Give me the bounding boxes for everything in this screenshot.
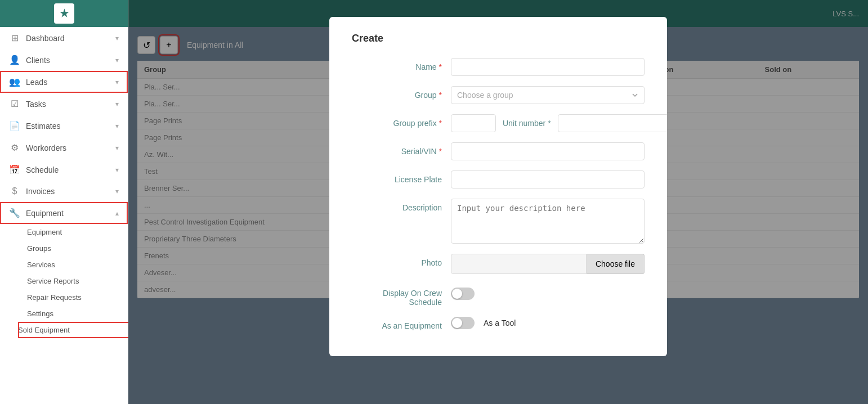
photo-input-group: Choose file <box>451 254 645 274</box>
chevron-up-icon: ▴ <box>115 209 119 217</box>
sidebar-item-sold-equipment[interactable]: Sold Equipment <box>18 322 137 338</box>
sidebar-item-tasks[interactable]: ☑ Tasks ▾ <box>0 93 128 115</box>
as-tool-group: As a Tool <box>451 317 645 329</box>
sidebar-item-equipment[interactable]: 🔧 Equipment ▴ <box>0 202 128 224</box>
group-prefix-row: Group prefix Unit number * <box>352 114 645 132</box>
sidebar-item-service-reports[interactable]: Service Reports <box>27 273 128 289</box>
leads-icon: 👥 <box>9 77 20 87</box>
sidebar-item-equipment-sub[interactable]: Equipment <box>27 224 128 240</box>
estimates-icon: 📄 <box>9 120 20 131</box>
sidebar-item-label: Dashboard <box>26 34 65 43</box>
sidebar-item-repair-requests[interactable]: Repair Requests <box>27 289 128 306</box>
as-equipment-label: As an Equipment <box>352 317 442 330</box>
photo-row: Photo Choose file <box>352 254 645 274</box>
group-label: Group <box>352 86 442 100</box>
equipment-icon: 🔧 <box>9 208 20 218</box>
sidebar-item-leads[interactable]: 👥 Leads ▾ <box>0 71 128 93</box>
sidebar-item-label: Workorders <box>26 143 66 152</box>
chevron-down-icon: ▾ <box>115 144 119 152</box>
description-label: Description <box>352 199 442 212</box>
sidebar-item-label: Leads <box>26 78 47 87</box>
chevron-down-icon: ▾ <box>115 78 119 86</box>
sidebar-item-estimates[interactable]: 📄 Estimates ▾ <box>0 115 128 137</box>
main-content: LVS S... ↺ + Equipment in All Group Name… <box>128 0 868 404</box>
sidebar-item-services[interactable]: Services <box>27 257 128 273</box>
sidebar-item-label: Clients <box>26 56 50 65</box>
group-prefix-input[interactable] <box>451 114 496 132</box>
crew-schedule-row: Display On Crew Schedule <box>352 284 645 307</box>
chevron-down-icon: ▾ <box>115 187 119 195</box>
sidebar-item-schedule[interactable]: 📅 Schedule ▾ <box>0 159 128 181</box>
name-row: Name <box>352 58 645 76</box>
license-row: License Plate <box>352 170 645 188</box>
equipment-tool-row: As an Equipment As a Tool <box>352 317 645 330</box>
sidebar-item-settings[interactable]: Settings <box>27 306 128 322</box>
sidebar-item-label: Invoices <box>26 187 55 196</box>
chevron-down-icon: ▾ <box>115 100 119 108</box>
unit-number-input[interactable] <box>558 114 667 132</box>
serial-label: Serial/VIN <box>352 142 442 156</box>
license-label: License Plate <box>352 170 442 184</box>
sidebar-item-label: Schedule <box>26 165 59 174</box>
app-logo: ★ <box>54 3 74 24</box>
license-input[interactable] <box>451 170 645 188</box>
as-equipment-toggle[interactable] <box>451 317 475 329</box>
chevron-down-icon: ▾ <box>115 34 119 42</box>
unit-number-label: Unit number * <box>503 119 551 128</box>
sidebar-item-workorders[interactable]: ⚙ Workorders ▾ <box>0 137 128 159</box>
dashboard-icon: ⊞ <box>9 33 20 43</box>
invoices-icon: $ <box>9 186 20 196</box>
sidebar-item-clients[interactable]: 👤 Clients ▾ <box>0 49 128 71</box>
sidebar: ★ ⊞ Dashboard ▾ 👤 Clients ▾ 👥 Leads ▾ ☑ … <box>0 0 128 404</box>
serial-row: Serial/VIN <box>352 142 645 160</box>
chevron-down-icon: ▾ <box>115 56 119 64</box>
crew-schedule-label: Display On Crew Schedule <box>352 284 442 307</box>
modal-title: Create <box>352 33 645 44</box>
sidebar-item-dashboard[interactable]: ⊞ Dashboard ▾ <box>0 27 128 49</box>
create-modal: Create Name Group Choose a group Group p… <box>329 17 667 356</box>
group-prefix-label: Group prefix <box>352 114 442 128</box>
chevron-down-icon: ▾ <box>115 166 119 174</box>
sidebar-item-label: Tasks <box>26 100 46 109</box>
tasks-icon: ☑ <box>9 98 20 109</box>
sidebar-item-groups[interactable]: Groups <box>27 240 128 257</box>
crew-schedule-toggle[interactable] <box>451 288 475 300</box>
serial-input[interactable] <box>451 142 645 160</box>
photo-file-input[interactable] <box>451 254 587 274</box>
choose-file-button[interactable]: Choose file <box>587 254 645 274</box>
as-tool-label: As a Tool <box>484 318 516 327</box>
description-textarea[interactable] <box>451 199 645 244</box>
equipment-submenu: Equipment Groups Services Service Report… <box>0 224 128 338</box>
workorders-icon: ⚙ <box>9 142 20 153</box>
clients-icon: 👤 <box>9 55 20 65</box>
schedule-icon: 📅 <box>9 164 20 175</box>
prefix-unit-group: Unit number * <box>451 114 667 132</box>
crew-toggle-container <box>451 284 475 300</box>
name-input[interactable] <box>451 58 645 76</box>
group-row: Group Choose a group <box>352 86 645 104</box>
group-select[interactable]: Choose a group <box>451 86 645 104</box>
sidebar-item-invoices[interactable]: $ Invoices ▾ <box>0 181 128 202</box>
sidebar-item-label: Estimates <box>26 122 60 131</box>
modal-overlay: Create Name Group Choose a group Group p… <box>128 0 868 404</box>
group-select-wrapper: Choose a group <box>451 86 645 104</box>
name-label: Name <box>352 58 442 71</box>
sidebar-logo: ★ <box>0 0 128 27</box>
photo-label: Photo <box>352 254 442 267</box>
chevron-down-icon: ▾ <box>115 122 119 130</box>
description-row: Description <box>352 199 645 244</box>
sidebar-item-label: Equipment <box>26 209 64 218</box>
